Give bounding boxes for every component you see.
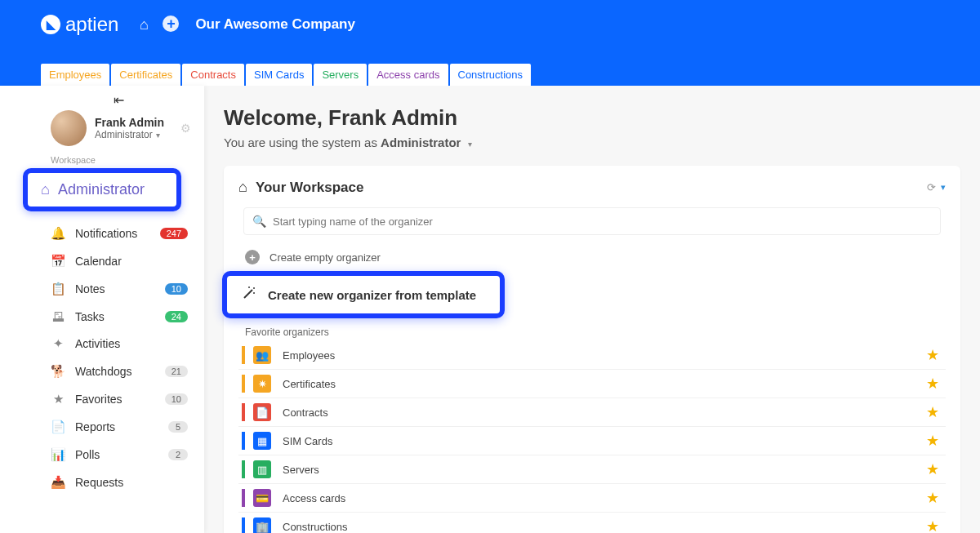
sidebar-item-watchdogs[interactable]: 🐕Watchdogs21: [0, 358, 204, 385]
badge: 5: [168, 421, 188, 433]
organizer-certificates[interactable]: ✷Certificates★: [238, 370, 946, 398]
profile-block[interactable]: Frank Admin Administrator▾ ⚙: [0, 109, 204, 147]
organizer-constructions[interactable]: 🏢Constructions★: [238, 513, 946, 533]
svg-point-1: [253, 287, 255, 289]
tab-sim-cards[interactable]: SIM Cards: [246, 64, 312, 86]
organizer-list: 👥Employees★✷Certificates★📄Contracts★▦SIM…: [238, 341, 946, 533]
create-organizer-from-template[interactable]: Create new organizer from template: [222, 271, 505, 318]
badge: 24: [165, 311, 188, 322]
nav-label: Notes: [75, 282, 105, 295]
star-icon[interactable]: ★: [926, 489, 939, 507]
organizer-icon: ▦: [253, 432, 271, 450]
search-input[interactable]: [273, 215, 932, 228]
sidebar-item-activities[interactable]: ✦Activities: [0, 330, 204, 358]
collapse-sidebar-icon[interactable]: ⇤: [106, 91, 131, 109]
nav-label: Tasks: [75, 310, 105, 323]
star-icon[interactable]: ★: [926, 403, 939, 421]
page-subtitle: You are using the system as Administrato…: [224, 135, 960, 149]
svg-point-2: [253, 292, 255, 294]
organizer-label: SIM Cards: [283, 435, 926, 447]
sidebar-item-administrator[interactable]: ⌂ Administrator: [23, 168, 181, 211]
svg-line-0: [244, 290, 252, 298]
home-icon[interactable]: ⌂: [135, 16, 153, 33]
nav-label: Favorites: [75, 393, 122, 406]
tab-access-cards[interactable]: Access cards: [368, 64, 448, 86]
chevron-down-icon[interactable]: ▾: [156, 131, 160, 140]
color-bar: [242, 403, 245, 421]
house-icon: ⌂: [238, 179, 247, 196]
sidebar-item-notifications[interactable]: 🔔Notifications247: [0, 220, 204, 247]
company-name: Our Awesome Company: [195, 16, 355, 33]
nav-label: Watchdogs: [75, 365, 132, 378]
add-icon[interactable]: +: [163, 16, 179, 32]
notifications-icon: 🔔: [51, 226, 65, 241]
sidebar-item-polls[interactable]: 📊Polls2: [0, 441, 204, 469]
organizer-sim-cards[interactable]: ▦SIM Cards★: [238, 427, 946, 455]
badge: 21: [165, 366, 188, 377]
administrator-label: Administrator: [58, 181, 145, 198]
organizer-search[interactable]: 🔍: [243, 207, 941, 235]
organizer-employees[interactable]: 👥Employees★: [238, 341, 946, 370]
nav-label: Calendar: [75, 255, 122, 268]
search-icon: 🔍: [252, 215, 266, 228]
chevron-down-icon[interactable]: ▾: [468, 140, 472, 149]
organizer-icon: ▥: [253, 460, 271, 478]
tab-servers[interactable]: Servers: [314, 64, 367, 86]
star-icon[interactable]: ★: [926, 517, 939, 533]
star-icon[interactable]: ★: [926, 346, 939, 364]
chevron-down-icon[interactable]: ▾: [941, 182, 946, 193]
organizer-icon: 👥: [253, 346, 271, 364]
svg-point-3: [248, 286, 250, 288]
gear-icon[interactable]: ⚙: [180, 122, 191, 135]
organizer-label: Constructions: [283, 521, 926, 533]
profile-role: Administrator▾: [95, 129, 164, 140]
polls-icon: 📊: [51, 447, 65, 462]
star-icon[interactable]: ★: [926, 375, 939, 393]
favorite-organizers-label: Favorite organizers: [238, 323, 946, 341]
calendar-icon: 📅: [51, 254, 65, 269]
sidebar-nav: 🔔Notifications247📅Calendar📋Notes10🗳Tasks…: [0, 211, 204, 496]
star-icon[interactable]: ★: [926, 460, 939, 478]
sidebar-item-favorites[interactable]: ★Favorites10: [0, 385, 204, 413]
organizer-label: Access cards: [283, 492, 926, 504]
sidebar-item-notes[interactable]: 📋Notes10: [0, 275, 204, 303]
organizer-access-cards[interactable]: 💳Access cards★: [238, 484, 946, 513]
main-content: Welcome, Frank Admin You are using the s…: [204, 86, 980, 533]
tab-employees[interactable]: Employees: [41, 64, 109, 86]
profile-name: Frank Admin: [95, 116, 164, 129]
sidebar-item-requests[interactable]: 📥Requests: [0, 469, 204, 496]
card-title: Your Workspace: [256, 180, 927, 196]
badge: 247: [160, 228, 188, 239]
refresh-icon[interactable]: ⟳: [927, 181, 936, 193]
tab-contracts[interactable]: Contracts: [182, 64, 244, 86]
organizer-label: Servers: [283, 464, 926, 476]
star-icon[interactable]: ★: [926, 432, 939, 450]
wand-icon: [242, 286, 256, 304]
organizer-icon: 🏢: [253, 517, 271, 533]
sidebar-item-tasks[interactable]: 🗳Tasks24: [0, 303, 204, 330]
avatar: [51, 110, 87, 146]
top-header: ◣ aptien ⌂ + Our Awesome Company: [0, 0, 980, 49]
sidebar: ⇤ Frank Admin Administrator▾ ⚙ Workspace…: [0, 86, 204, 533]
badge: 10: [165, 283, 188, 295]
color-bar: [242, 375, 245, 393]
logo-mark-icon: ◣: [41, 15, 60, 34]
organizer-servers[interactable]: ▥Servers★: [238, 455, 946, 484]
workspace-card: ⌂ Your Workspace ⟳ ▾ 🔍 + Create empty or…: [224, 166, 960, 533]
color-bar: [242, 460, 245, 478]
nav-label: Activities: [75, 337, 120, 350]
reports-icon: 📄: [51, 420, 65, 434]
tab-certificates[interactable]: Certificates: [111, 64, 180, 86]
sidebar-item-reports[interactable]: 📄Reports5: [0, 413, 204, 441]
organizer-contracts[interactable]: 📄Contracts★: [238, 398, 946, 427]
create-empty-organizer[interactable]: + Create empty organizer: [238, 245, 946, 269]
sidebar-item-calendar[interactable]: 📅Calendar: [0, 247, 204, 275]
notes-icon: 📋: [51, 282, 65, 296]
tab-constructions[interactable]: Constructions: [450, 64, 531, 86]
brand-name: aptien: [65, 13, 118, 36]
organizer-label: Employees: [283, 349, 926, 362]
brand-logo[interactable]: ◣ aptien: [41, 13, 118, 36]
nav-label: Polls: [75, 448, 100, 461]
badge: 10: [165, 393, 188, 405]
color-bar: [242, 489, 245, 507]
